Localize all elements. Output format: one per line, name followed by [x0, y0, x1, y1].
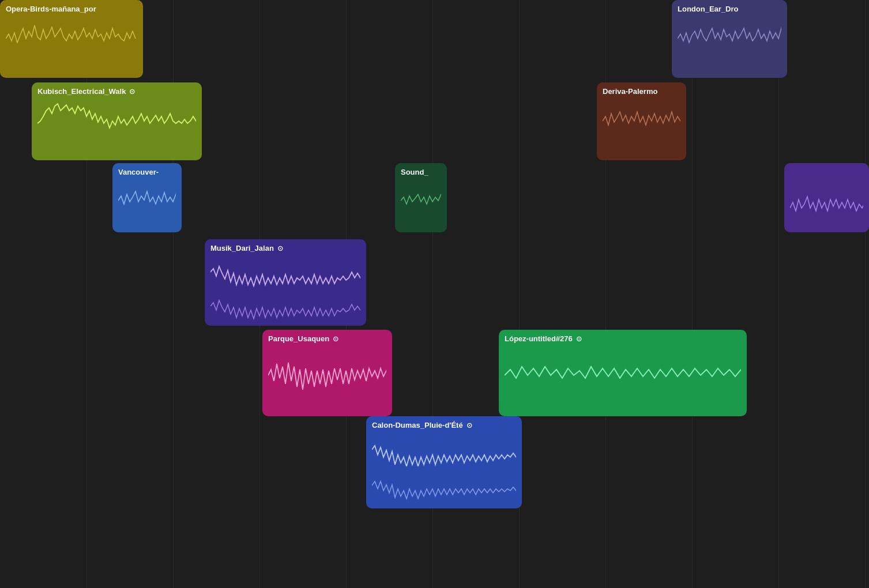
card-title-lopez: López-untitled#276 ⊙: [505, 334, 741, 343]
loop-icon-parque: ⊙: [333, 335, 338, 343]
sound-card-vancouver[interactable]: Vancouver-: [112, 163, 182, 232]
waveform-london: [678, 17, 781, 60]
card-title-musik: Musik_Dari_Jalan ⊙: [210, 244, 360, 252]
waveform-purple-partial: [790, 182, 863, 232]
sound-card-parque[interactable]: Parque_Usaquen ⊙: [262, 330, 392, 416]
loop-icon-calon: ⊙: [467, 421, 472, 429]
card-title-parque: Parque_Usaquen ⊙: [268, 334, 386, 343]
waveform-deriva: [603, 99, 680, 142]
loop-icon-lopez: ⊙: [576, 335, 582, 343]
waveform-vancouver: [118, 180, 176, 221]
sound-card-calon[interactable]: Calon-Dumas_Pluie-d'Été ⊙: [366, 416, 522, 508]
sound-card-sound[interactable]: Sound_: [395, 163, 447, 232]
card-title-vancouver: Vancouver-: [118, 168, 176, 176]
sound-card-london[interactable]: London_Ear_Dro: [672, 0, 787, 78]
waveform-musik-top: [210, 256, 360, 288]
waveform-opera: [6, 17, 137, 60]
waveform-calon-bottom: [372, 469, 516, 502]
sound-card-deriva[interactable]: Deriva-Palermo: [597, 82, 686, 160]
sound-card-opera[interactable]: Opera-Birds-mañana_por: [0, 0, 143, 78]
sound-card-lopez[interactable]: López-untitled#276 ⊙: [499, 330, 747, 416]
loop-icon-kubisch: ⊙: [129, 88, 135, 96]
sound-card-musik[interactable]: Musik_Dari_Jalan ⊙: [205, 239, 366, 326]
waveform-lopez: [505, 346, 741, 404]
sound-card-purple-partial[interactable]: [784, 163, 869, 232]
card-title-opera: Opera-Birds-mañana_por: [6, 5, 137, 13]
card-title-london: London_Ear_Dro: [678, 5, 781, 13]
loop-icon-musik: ⊙: [277, 244, 283, 252]
waveform-parque: [268, 346, 386, 404]
card-title-deriva: Deriva-Palermo: [603, 87, 680, 96]
card-title-calon: Calon-Dumas_Pluie-d'Été ⊙: [372, 421, 516, 429]
waveform-kubisch: [37, 99, 196, 148]
waveform-calon-top: [372, 433, 516, 466]
waveform-sound: [401, 180, 441, 221]
sound-card-kubisch[interactable]: Kubisch_Electrical_Walk ⊙: [32, 82, 202, 160]
card-title-sound: Sound_: [401, 168, 441, 176]
waveform-musik-bottom: [210, 290, 360, 322]
card-title-kubisch: Kubisch_Electrical_Walk ⊙: [37, 87, 196, 96]
